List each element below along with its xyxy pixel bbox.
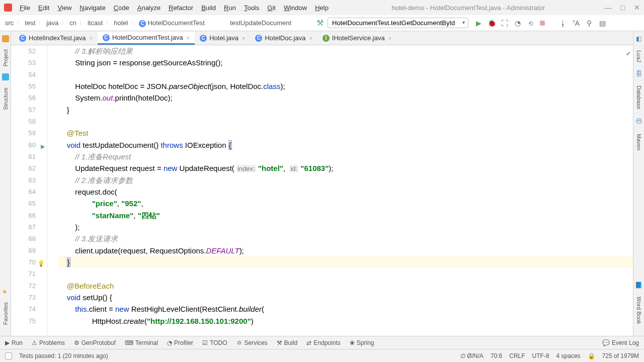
close-tab-icon[interactable]: × xyxy=(309,35,312,41)
run-configuration-dropdown[interactable]: HotelDocumentTest.testGetDocumentById xyxy=(328,18,468,28)
event-log-button[interactable]: 💬Event Log xyxy=(602,339,639,346)
menu-edit[interactable]: Edit xyxy=(35,3,53,13)
minimize-button[interactable]: — xyxy=(605,4,612,12)
genprotobuf-icon: ⚙ xyxy=(74,339,79,346)
status-indent[interactable]: 4 spaces xyxy=(556,352,581,359)
build-icon[interactable]: ⚒ xyxy=(316,18,324,28)
tab-label: Hotel.java xyxy=(209,34,238,42)
tool-services[interactable]: ⛭Services xyxy=(236,339,268,346)
menu-help[interactable]: Help xyxy=(311,3,332,13)
tab-label: HotelDoc.java xyxy=(265,34,305,42)
breadcrumb-method[interactable]: testUpdateDocument xyxy=(226,19,295,27)
menu-run[interactable]: Run xyxy=(220,3,239,13)
wordbook-icon[interactable]: 📘 xyxy=(635,282,642,289)
maven-tool-button[interactable]: Maven xyxy=(636,132,642,152)
tab-ihotelservice-java[interactable]: IIHotelService.java× xyxy=(317,32,396,45)
breadcrumb-HotelDocumentTest[interactable]: CHotelDocumentTest xyxy=(137,18,206,28)
breadcrumb-itcast[interactable]: itcast xyxy=(86,18,105,28)
breadcrumb-cn[interactable]: cn xyxy=(67,18,78,28)
file-icon: I xyxy=(323,35,330,42)
intention-bulb-icon[interactable]: 💡 xyxy=(37,258,45,269)
menu-navigate[interactable]: Navigate xyxy=(76,3,109,13)
status-line-separator[interactable]: CRLF xyxy=(509,352,525,359)
maven-icon[interactable]: ⓜ xyxy=(636,117,642,126)
close-tab-icon[interactable]: × xyxy=(388,35,391,41)
breadcrumbs: src〉test〉java〉cn〉itcast〉hotel〉CHotelDocu… xyxy=(3,18,207,28)
profiler-icon: ◔ xyxy=(167,339,172,346)
status-bar: Tests passed: 1 (20 minutes ago) ∅ Ø/N/A… xyxy=(0,349,644,362)
breadcrumb-test[interactable]: test xyxy=(23,18,37,28)
wordbook-tool-button[interactable]: Word Book xyxy=(636,295,642,326)
scroll-marker: ✔ xyxy=(626,45,632,323)
database-tool-button[interactable]: Database xyxy=(636,83,642,111)
messages-icon[interactable] xyxy=(5,352,12,359)
menu-window[interactable]: Window xyxy=(280,3,310,13)
maximize-button[interactable]: □ xyxy=(621,4,625,12)
close-button[interactable]: ✕ xyxy=(634,4,640,12)
tab-hotelindextest-java[interactable]: CHotelIndexTest.java× xyxy=(14,32,98,45)
project-tool-button[interactable]: Project xyxy=(3,46,9,69)
menu-code[interactable]: Code xyxy=(110,3,133,13)
project-tool-icon[interactable] xyxy=(2,35,9,42)
attach-button[interactable]: ⎋ xyxy=(527,19,535,27)
settings-icon[interactable]: ▤ xyxy=(598,19,606,27)
profile-button[interactable]: ◔ xyxy=(514,19,522,27)
tab-hoteldoc-java[interactable]: CHotelDoc.java× xyxy=(250,32,317,45)
menu-analyze[interactable]: Analyze xyxy=(134,3,164,13)
menu-file[interactable]: File xyxy=(16,3,34,13)
favorites-tool-icon[interactable]: ★ xyxy=(2,288,9,295)
tool-todo[interactable]: ☑TODO xyxy=(202,339,227,346)
status-caret-position[interactable]: 70:6 xyxy=(491,352,502,359)
tool-profiler[interactable]: ◔Profiler xyxy=(167,339,193,346)
tool-terminal[interactable]: ⌨Terminal xyxy=(125,339,158,346)
database-icon[interactable]: 🗄 xyxy=(636,70,642,77)
event-log-icon: 💬 xyxy=(602,339,610,346)
translate-icon[interactable]: ᵀA xyxy=(572,19,580,27)
inspection-ok-icon[interactable]: ✔ xyxy=(626,50,631,57)
tab-hoteldocumenttest-java[interactable]: CHotelDocumentTest.java× xyxy=(98,32,195,45)
status-memory[interactable]: 725 of 1979M xyxy=(602,352,639,359)
search-everywhere-icon[interactable]: ⚲ xyxy=(585,19,593,27)
menu-build[interactable]: Build xyxy=(198,3,219,13)
git-update-icon[interactable]: ⭳ xyxy=(559,19,567,27)
structure-tool-icon[interactable] xyxy=(2,73,9,80)
status-encoding[interactable]: UTF-8 xyxy=(532,352,549,359)
coverage-button[interactable]: ⛶ xyxy=(501,19,509,27)
favorites-tool-button[interactable]: Favorites xyxy=(3,299,9,328)
tab-hotel-java[interactable]: CHotel.java× xyxy=(195,32,250,45)
editor: 525354555657585960▶61626364656667686970💡… xyxy=(11,45,633,336)
status-gc[interactable]: ∅ Ø/N/A xyxy=(460,352,484,359)
terminal-icon: ⌨ xyxy=(125,339,133,346)
code-area[interactable]: // 3.解析响应结果 String json = response.getSo… xyxy=(47,45,633,336)
tool-problems[interactable]: ⚠Problems xyxy=(32,339,65,346)
close-tab-icon[interactable]: × xyxy=(89,35,92,41)
luaj-icon[interactable]: ◧ xyxy=(636,35,641,42)
tab-label: HotelDocumentTest.java xyxy=(112,34,183,41)
breadcrumb-src[interactable]: src xyxy=(3,18,16,28)
structure-tool-button[interactable]: Structure xyxy=(3,84,9,113)
tool-genprotobuf[interactable]: ⚙GenProtobuf xyxy=(74,339,116,346)
close-tab-icon[interactable]: × xyxy=(242,35,245,41)
run-button[interactable]: ▶ xyxy=(474,19,482,27)
luaj-tool-button[interactable]: LuaJ xyxy=(636,48,642,64)
tool-spring[interactable]: ❀Spring xyxy=(350,339,374,346)
menu-refactor[interactable]: Refactor xyxy=(165,3,197,13)
tool-endpoints[interactable]: ⇄Endpoints xyxy=(306,339,340,346)
run-toolbar: ▶ 🐞 ⛶ ◔ ⎋ ⭳ ᵀA ⚲ ▤ xyxy=(474,19,606,27)
close-tab-icon[interactable]: × xyxy=(187,35,190,41)
menu-view[interactable]: View xyxy=(54,3,75,13)
editor-tabs: CHotelIndexTest.java×CHotelDocumentTest.… xyxy=(11,31,633,45)
left-tool-strip: Project Structure ★ Favorites xyxy=(0,31,11,336)
breadcrumb-hotel[interactable]: hotel xyxy=(112,18,130,28)
debug-button[interactable]: 🐞 xyxy=(488,19,496,27)
run-gutter-icon[interactable]: ▶ xyxy=(41,141,45,152)
breadcrumb-java[interactable]: java xyxy=(44,18,60,28)
bottom-tool-bar: ▶Run⚠Problems⚙GenProtobuf⌨Terminal◔Profi… xyxy=(0,336,644,349)
stop-button[interactable] xyxy=(540,21,545,26)
menu-git[interactable]: Git xyxy=(264,3,279,13)
gutter[interactable]: 525354555657585960▶61626364656667686970💡… xyxy=(11,45,47,336)
lock-icon[interactable]: 🔒 xyxy=(588,352,595,359)
menu-tools[interactable]: Tools xyxy=(240,3,263,13)
tool-run[interactable]: ▶Run xyxy=(5,339,23,346)
tool-build[interactable]: ⚒Build xyxy=(277,339,298,346)
